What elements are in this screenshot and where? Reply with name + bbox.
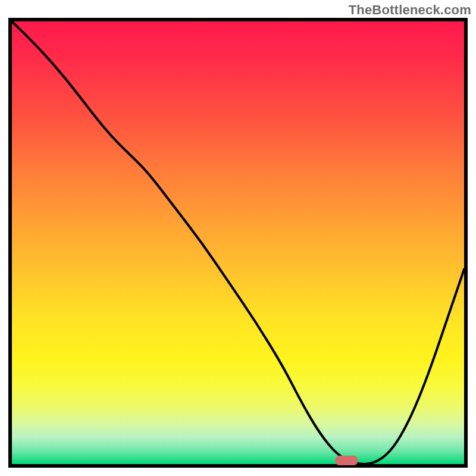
chart-frame: TheBottleneck.com	[0, 0, 476, 476]
bottleneck-curve	[12, 21, 464, 464]
curve-svg	[12, 21, 464, 464]
plot-area	[8, 18, 468, 468]
optimal-point-marker	[335, 456, 358, 465]
watermark-text: TheBottleneck.com	[349, 2, 471, 18]
